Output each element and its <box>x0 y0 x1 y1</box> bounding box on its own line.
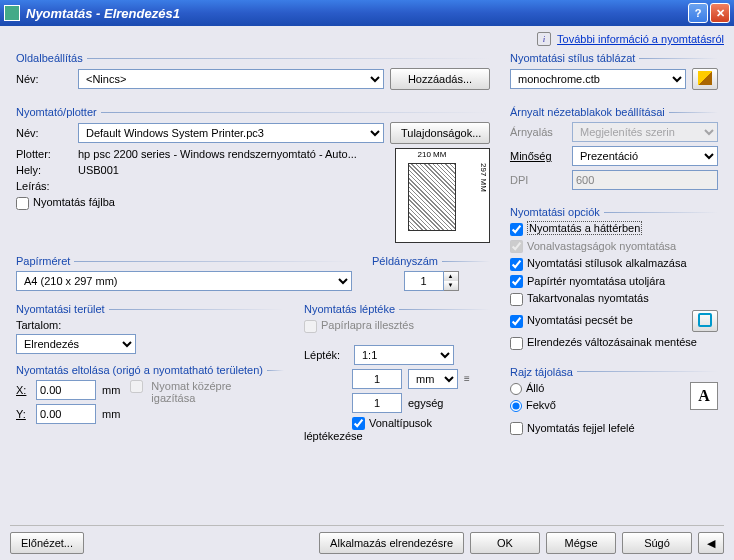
plotter-value: hp psc 2200 series - Windows rendszernyo… <box>78 148 357 160</box>
opt-lineweights-checkbox: Vonalvastagságok nyomtatása <box>510 240 676 254</box>
group-title: Oldalbeállítás <box>16 52 490 64</box>
paper-size-group: Papírméret A4 (210 x 297 mm) <box>10 251 358 297</box>
name-label: Név: <box>16 73 72 85</box>
upside-down-checkbox[interactable]: Nyomtatás fejjel lefelé <box>510 422 635 436</box>
help-button[interactable]: Súgó <box>622 532 692 554</box>
quality-select[interactable]: Prezentáció <box>572 146 718 166</box>
scale-lw-checkbox[interactable]: Vonaltípusok léptékezése <box>304 417 432 443</box>
group-title: Példányszám <box>372 255 490 267</box>
orientation-group: Rajz tájolása Álló Fekvő A Nyomtatás fej… <box>504 362 724 446</box>
properties-button[interactable]: Tulajdonságok... <box>390 122 490 144</box>
titlebar: Nyomtatás - Elrendezés1 ? ✕ <box>0 0 734 26</box>
group-title: Nyomtató/plotter <box>16 106 490 118</box>
y-input[interactable] <box>36 404 96 424</box>
orientation-icon: A <box>690 382 718 410</box>
fit-checkbox: Papírlapra illesztés <box>304 319 414 331</box>
plot-area-select[interactable]: Elrendezés <box>16 334 136 354</box>
paper-preview: 210 MM 297 MM <box>395 148 490 243</box>
portrait-radio[interactable]: Álló <box>510 382 544 395</box>
desc-label: Leírás: <box>16 180 72 192</box>
scale-group: Nyomtatás léptéke Papírlapra illesztés L… <box>298 299 496 521</box>
range-label: Tartalom: <box>16 319 284 331</box>
shade-select: Megjelenítés szerin <box>572 122 718 142</box>
scale-label: Lépték: <box>304 349 348 361</box>
unit-label: egység <box>408 397 443 409</box>
add-button[interactable]: Hozzáadás... <box>390 68 490 90</box>
apply-button[interactable]: Alkalmazás elrendezésre <box>319 532 464 554</box>
opt-hide-checkbox[interactable]: Takartvonalas nyomtatás <box>510 292 649 306</box>
copies-spinner[interactable]: ▲▼ <box>444 271 459 291</box>
paper-size-select[interactable]: A4 (210 x 297 mm) <box>16 271 352 291</box>
landscape-radio[interactable]: Fekvő <box>510 399 556 412</box>
dpi-input <box>572 170 718 190</box>
group-title: Árnyalt nézetablakok beállításai <box>510 106 718 118</box>
group-title: Nyomtatási stílus táblázat <box>510 52 718 64</box>
shade-label: Árnyalás <box>510 126 566 138</box>
shaded-group: Árnyalt nézetablakok beállításai Árnyalá… <box>504 102 724 200</box>
plot-style-select[interactable]: monochrome.ctb <box>510 69 686 89</box>
scale-num1-input[interactable] <box>352 369 402 389</box>
edit-style-button[interactable] <box>692 68 718 90</box>
group-title: Rajz tájolása <box>510 366 718 378</box>
app-icon <box>4 5 20 21</box>
more-info-link[interactable]: További információ a nyomtatásról <box>557 33 724 45</box>
scale-select[interactable]: 1:1 <box>354 345 454 365</box>
stamp-icon <box>698 313 712 327</box>
paper-height: 297 MM <box>479 163 488 231</box>
window-title: Nyomtatás - Elrendezés1 <box>26 6 686 21</box>
options-group: Nyomtatási opciók Nyomtatás a háttérben … <box>504 202 724 360</box>
quality-label: Minőség <box>510 150 566 162</box>
copies-input[interactable] <box>404 271 444 291</box>
pencil-icon <box>698 71 712 85</box>
plot-area-group: Nyomtatási terület Tartalom: Elrendezés <box>10 299 290 360</box>
stamp-settings-button[interactable] <box>692 310 718 332</box>
plot-style-group: Nyomtatási stílus táblázat monochrome.ct… <box>504 48 724 100</box>
plot-to-file-checkbox[interactable]: Nyomtatás fájlba <box>16 196 115 210</box>
y-label: Y: <box>16 408 30 420</box>
dpi-label: DPI <box>510 174 566 186</box>
opt-save-checkbox[interactable]: Elrendezés változásainak mentése <box>510 336 697 350</box>
expand-button[interactable]: ◀ <box>698 532 724 554</box>
group-title: Nyomtatás eltolása (origó a nyomtatható … <box>16 364 284 376</box>
cancel-button[interactable]: Mégse <box>546 532 616 554</box>
group-title: Nyomtatási opciók <box>510 206 718 218</box>
scale-num2-input[interactable] <box>352 393 402 413</box>
x-label: X: <box>16 384 30 396</box>
scale-unit-select[interactable]: mm <box>408 369 458 389</box>
pagesetup-select[interactable]: <Nincs> <box>78 69 384 89</box>
group-title: Nyomtatás léptéke <box>304 303 490 315</box>
plotter-label: Plotter: <box>16 148 72 160</box>
mm-label: mm <box>102 408 120 420</box>
opt-background-checkbox[interactable]: Nyomtatás a háttérben <box>510 222 642 236</box>
close-icon[interactable]: ✕ <box>710 3 730 23</box>
printer-group: Nyomtató/plotter Név: Default Windows Sy… <box>10 102 496 249</box>
paper-width: 210 MM <box>408 150 456 159</box>
group-title: Nyomtatási terület <box>16 303 284 315</box>
preview-button[interactable]: Előnézet... <box>10 532 84 554</box>
opt-plotstyles-checkbox[interactable]: Nyomtatási stílusok alkalmazása <box>510 257 687 271</box>
opt-stamp-checkbox[interactable]: Nyomtatási pecsét be <box>510 314 633 328</box>
copies-group: Példányszám ▲▼ <box>366 251 496 297</box>
ok-button[interactable]: OK <box>470 532 540 554</box>
help-button-icon[interactable]: ? <box>688 3 708 23</box>
group-title: Papírméret <box>16 255 352 267</box>
where-label: Hely: <box>16 164 72 176</box>
center-plot-checkbox: Nyomat középre igazítása <box>130 380 241 428</box>
opt-paperspace-checkbox[interactable]: Papírtér nyomtatása utoljára <box>510 275 665 289</box>
equals-icon: ≡ <box>464 373 470 384</box>
button-bar: Előnézet... Alkalmazás elrendezésre OK M… <box>10 525 724 556</box>
where-value: USB001 <box>78 164 119 176</box>
offset-group: Nyomtatás eltolása (origó a nyomtatható … <box>10 360 290 434</box>
page-setup-group: Oldalbeállítás Név: <Nincs> Hozzáadás... <box>10 48 496 100</box>
mm-label: mm <box>102 384 120 396</box>
info-icon: i <box>537 32 551 46</box>
printer-select[interactable]: Default Windows System Printer.pc3 <box>78 123 384 143</box>
name-label: Név: <box>16 127 72 139</box>
x-input[interactable] <box>36 380 96 400</box>
